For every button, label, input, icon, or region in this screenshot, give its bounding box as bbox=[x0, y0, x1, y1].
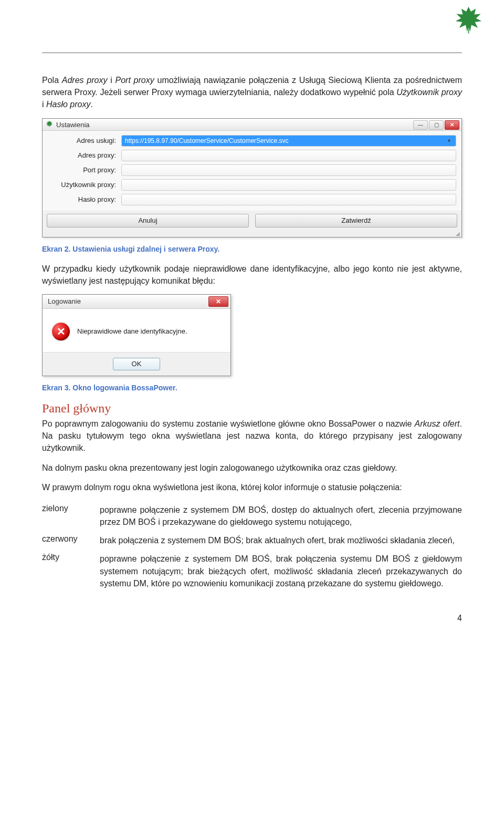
status-key: zielony bbox=[42, 501, 100, 531]
dialog-titlebar: Logowanie ✕ bbox=[43, 295, 230, 309]
chevron-down-icon[interactable]: ▼ bbox=[447, 138, 452, 143]
field-input-3[interactable] bbox=[121, 179, 456, 191]
status-description: brak połączenia z systemem DM BOŚ; brak … bbox=[100, 531, 462, 550]
field-input-4[interactable] bbox=[121, 194, 456, 205]
status-key: czerwony bbox=[42, 531, 100, 550]
field-label: Adres usługi: bbox=[48, 137, 121, 144]
settings-titlebar: Ustawienia — ▢ ✕ bbox=[43, 119, 461, 131]
leaf-icon bbox=[46, 120, 53, 129]
paragraph-panel-1: Po poprawnym zalogowaniu do systemu zost… bbox=[42, 418, 462, 454]
confirm-button[interactable]: Zatwierdź bbox=[255, 214, 457, 227]
paragraph-error-intro: W przypadku kiedy użytkownik podaje niep… bbox=[42, 263, 462, 287]
cancel-button[interactable]: Anuluj bbox=[47, 214, 249, 227]
status-color-table: zielonypoprawne połączenie z systemem DM… bbox=[42, 501, 462, 593]
status-key: żółty bbox=[42, 550, 100, 593]
page-number: 4 bbox=[42, 614, 462, 623]
caption-ekran-3: Ekran 3. Okno logowania BossaPower. bbox=[42, 384, 462, 392]
caption-ekran-2: Ekran 2. Ustawienia usługi zdalnej i ser… bbox=[42, 245, 462, 253]
ok-button[interactable]: OK bbox=[113, 358, 160, 370]
field-input-1[interactable] bbox=[121, 150, 456, 161]
field-label: Hasło proxy: bbox=[48, 195, 121, 203]
close-button[interactable]: ✕ bbox=[445, 120, 459, 130]
settings-title: Ustawienia bbox=[56, 121, 413, 129]
paragraph-proxy-intro: Pola Adres proxy i Port proxy umożliwiaj… bbox=[42, 74, 462, 111]
settings-window: Ustawienia — ▢ ✕ Adres usługi:https://19… bbox=[42, 118, 462, 237]
header-rule bbox=[42, 53, 462, 53]
error-icon: ✕ bbox=[52, 323, 70, 340]
status-description: poprawne połączenie z systemem DM BOŚ, b… bbox=[100, 550, 462, 593]
leaf-logo-icon bbox=[454, 5, 483, 36]
status-description: poprawne połączenie z systemem DM BOŚ, d… bbox=[100, 501, 462, 531]
dialog-message: Nieprawidłowe dane identyfikacyjne. bbox=[77, 327, 187, 335]
minimize-button[interactable]: — bbox=[413, 120, 428, 130]
field-input-0[interactable]: https://195.8.97.90/CustomerService/Cust… bbox=[121, 135, 456, 147]
resize-grip-icon[interactable]: ◢ bbox=[43, 232, 461, 237]
paragraph-panel-3: W prawym dolnym rogu okna wyświetlona je… bbox=[42, 481, 462, 493]
login-error-dialog: Logowanie ✕ ✕ Nieprawidłowe dane identyf… bbox=[42, 294, 231, 376]
field-input-2[interactable] bbox=[121, 164, 456, 176]
field-label: Port proxy: bbox=[48, 166, 121, 174]
field-label: Użytkownik proxy: bbox=[48, 181, 121, 189]
paragraph-panel-2: Na dolnym pasku okna prezentowany jest l… bbox=[42, 462, 462, 474]
section-heading-panel-glowny: Panel główny bbox=[42, 401, 462, 416]
dialog-title: Logowanie bbox=[48, 297, 208, 305]
dialog-close-button[interactable]: ✕ bbox=[208, 296, 228, 307]
field-label: Adres proxy: bbox=[48, 151, 121, 159]
maximize-button[interactable]: ▢ bbox=[429, 120, 444, 130]
